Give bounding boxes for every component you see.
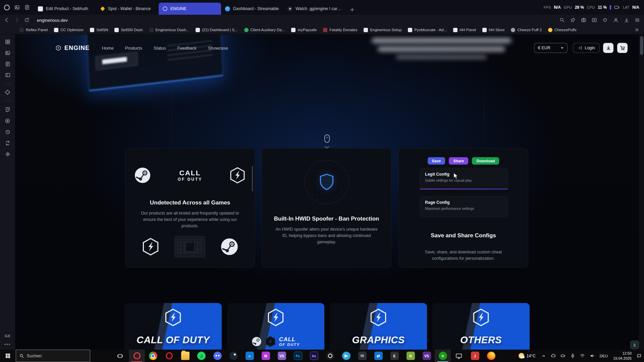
bookmark-enginerious-setup[interactable]: Enginerious Setup bbox=[364, 28, 401, 32]
nav-showcase[interactable]: Showcase bbox=[208, 46, 228, 51]
bookmark-enginerious-dash[interactable]: Enginerious Dash... bbox=[149, 28, 189, 32]
card-mini-scrollbar[interactable] bbox=[252, 166, 253, 191]
download-indicator[interactable] bbox=[630, 341, 639, 349]
bookmark-sellsn-dash[interactable]: SellSN Dash bbox=[114, 28, 143, 32]
flow-icon[interactable] bbox=[5, 140, 10, 146]
tab-sellauth[interactable]: Edit Product - SellAuth bbox=[34, 3, 96, 15]
taskbar-app-visual-studio-2[interactable]: VS bbox=[419, 350, 435, 362]
feed-icon[interactable] bbox=[5, 61, 10, 67]
task-view-button[interactable] bbox=[112, 350, 128, 362]
settings-gear-icon[interactable] bbox=[5, 152, 10, 157]
bookmark-hh-panel[interactable]: HH Panel bbox=[453, 28, 476, 32]
bookmark-cc-optimizer[interactable]: CC Optimizer bbox=[54, 28, 84, 32]
taskbar-app-steam[interactable] bbox=[225, 350, 241, 362]
favorites-heart-icon[interactable] bbox=[602, 17, 608, 23]
taskbar-search-box[interactable] bbox=[16, 350, 90, 362]
bookmarks-overflow-icon[interactable] bbox=[635, 27, 639, 32]
cart-button[interactable] bbox=[617, 43, 628, 53]
product-card-graphics[interactable]: GRAPHICS bbox=[330, 303, 427, 350]
weather-widget[interactable]: 14°C bbox=[515, 353, 539, 359]
bookmark-fatality-donates[interactable]: Fatality Donates bbox=[323, 28, 357, 32]
media-player-icon[interactable] bbox=[592, 17, 597, 23]
taskbar-app-opera[interactable] bbox=[161, 350, 177, 362]
back-icon[interactable] bbox=[4, 17, 9, 23]
nav-status[interactable]: Status bbox=[154, 46, 166, 51]
taskbar-app-after-effects[interactable]: Ae bbox=[306, 350, 322, 362]
taskbar-app-opera-gx[interactable] bbox=[129, 350, 145, 362]
taskbar-app-epic-games[interactable]: E bbox=[386, 350, 402, 362]
taskbar-app-jdownloader[interactable]: J bbox=[467, 350, 483, 362]
download-config-button[interactable]: Download bbox=[472, 157, 499, 165]
forward-icon[interactable] bbox=[14, 17, 19, 23]
opera-menu-icon[interactable] bbox=[4, 5, 10, 10]
bookmark-cheeze-puff-2[interactable]: Cheeze Puff 2 bbox=[511, 28, 542, 32]
start-button[interactable] bbox=[0, 350, 16, 362]
tab-binance[interactable]: Spot - Wallet - Binance bbox=[96, 3, 159, 15]
site-logo[interactable]: ENGINE bbox=[56, 45, 90, 52]
tab-watch[interactable]: Watch .gg/engine I card s bbox=[283, 3, 346, 15]
microphone-icon[interactable] bbox=[568, 350, 578, 362]
bookmark-hh-store[interactable]: HH Store bbox=[482, 28, 504, 32]
nav-home[interactable]: Home bbox=[102, 46, 114, 51]
taskbar-app-notepad-plus-plus[interactable]: N bbox=[402, 350, 419, 362]
gx-corner-icon[interactable] bbox=[5, 118, 10, 124]
reload-icon[interactable] bbox=[24, 17, 30, 23]
taskbar-app-visual-studio[interactable]: VS bbox=[274, 350, 290, 362]
taskbar-app-discord[interactable] bbox=[209, 350, 225, 362]
download-button[interactable] bbox=[603, 43, 613, 53]
taskbar-app-spotify[interactable]: ♫ bbox=[193, 350, 209, 362]
login-button[interactable]: Login bbox=[573, 43, 600, 53]
new-tab-button[interactable] bbox=[347, 5, 357, 15]
bookmark-mypaysafe[interactable]: myPaysafe bbox=[291, 28, 317, 32]
speed-dial-icon[interactable] bbox=[5, 39, 10, 45]
product-card-cod[interactable]: CALL OF DUTY bbox=[124, 303, 222, 350]
search-icon[interactable] bbox=[559, 17, 565, 23]
gx-control-icon[interactable] bbox=[5, 89, 10, 95]
taskbar-app-medal[interactable]: M bbox=[258, 350, 274, 362]
save-button[interactable]: Save bbox=[428, 157, 445, 165]
product-card-cod-steam[interactable]: CALL OF DUTY bbox=[227, 303, 324, 350]
taskbar-app-chrome[interactable] bbox=[145, 350, 161, 362]
menu-icon[interactable] bbox=[635, 17, 640, 23]
snapshot-icon[interactable] bbox=[581, 17, 586, 23]
taskbar-app-transfer[interactable]: ⇄ bbox=[370, 350, 386, 362]
config-item-rage[interactable]: Rage Config Maximum performance settings bbox=[420, 196, 508, 217]
taskbar-app-firefox[interactable] bbox=[483, 350, 499, 362]
scrollbar-thumb[interactable] bbox=[640, 36, 643, 55]
volume-icon[interactable] bbox=[587, 350, 597, 362]
taskbar-app-vscode[interactable]: ‹› bbox=[241, 350, 258, 362]
tab-engine-active[interactable]: ENGINE bbox=[159, 3, 221, 15]
language-indicator[interactable]: DEU bbox=[597, 354, 610, 358]
search-input[interactable] bbox=[27, 353, 80, 358]
notes-icon[interactable] bbox=[24, 5, 30, 10]
taskbar-app-obs[interactable] bbox=[322, 350, 338, 362]
taskbar-clock[interactable]: 12:50 19.04.2025 bbox=[610, 351, 634, 361]
taskbar-app-file-explorer[interactable] bbox=[177, 350, 193, 362]
nav-products[interactable]: Products bbox=[125, 46, 142, 51]
page-scrollbar[interactable] bbox=[639, 35, 644, 350]
bookmark-client-auxiliary[interactable]: Client Auxiliary Da... bbox=[244, 28, 285, 32]
wallpaper-icon[interactable] bbox=[5, 50, 10, 56]
history-icon[interactable] bbox=[5, 129, 10, 135]
action-center-icon[interactable] bbox=[634, 350, 644, 362]
share-button[interactable]: Share bbox=[449, 157, 468, 165]
tab-streamable[interactable]: Dashboard - Streamable bbox=[221, 3, 283, 15]
taskbar-app-mail[interactable]: ✉ bbox=[354, 350, 370, 362]
taskbar-app-telegram[interactable] bbox=[338, 350, 354, 362]
config-item-legit[interactable]: Legit Config Subtle settings for casual … bbox=[420, 168, 508, 189]
bookmark-cheezepuffs[interactable]: CheezePuffs bbox=[548, 28, 577, 32]
sidebar-more-icon[interactable]: ••• bbox=[4, 344, 11, 346]
bookmark-sellsn[interactable]: SellSN bbox=[90, 28, 108, 32]
onedrive-icon[interactable] bbox=[548, 350, 558, 362]
panels-icon[interactable] bbox=[5, 72, 10, 78]
usb-icon[interactable] bbox=[558, 350, 568, 362]
network-wifi-icon[interactable] bbox=[578, 350, 587, 362]
profile-icon[interactable] bbox=[613, 17, 619, 23]
nav-feedback[interactable]: Feedback bbox=[177, 46, 197, 51]
currency-select[interactable]: € EUR bbox=[534, 43, 568, 53]
taskbar-app-xbox[interactable]: ✕ bbox=[435, 350, 451, 362]
pin-icon[interactable] bbox=[570, 17, 576, 23]
tray-chevron-icon[interactable] bbox=[539, 350, 548, 362]
bookmark-dashboard[interactable]: (21) Dashboard | S... bbox=[196, 28, 238, 32]
url-text[interactable]: enginerious.dev bbox=[37, 18, 68, 23]
